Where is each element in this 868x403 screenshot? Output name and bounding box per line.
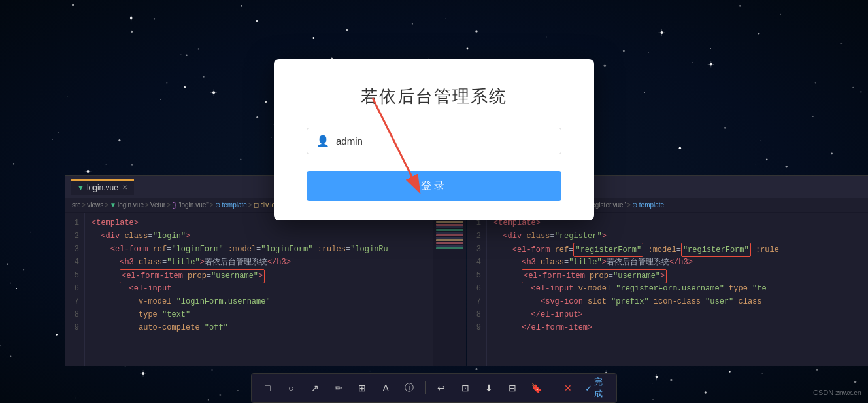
- code-line: </el-input>: [493, 308, 861, 321]
- code-line: <el-input: [92, 282, 427, 295]
- username-field-container: 👤: [307, 128, 561, 154]
- crop-button[interactable]: ⊟: [503, 378, 522, 398]
- bookmark-button[interactable]: 🔖: [527, 378, 545, 398]
- mosaic-tool-button[interactable]: ⊡: [456, 378, 474, 398]
- complete-label: 完成: [594, 376, 610, 400]
- code-line-highlight: <el-form-item prop="username">: [92, 269, 427, 282]
- arrow-tool-button[interactable]: ↗: [305, 378, 324, 398]
- right-line-numbers: 12345 6789: [467, 213, 487, 366]
- rect-tool-button[interactable]: □: [258, 378, 276, 398]
- code-line: <h3 class="title">若依后台管理系统</h3>: [92, 256, 427, 269]
- download-button[interactable]: ⬇: [480, 378, 498, 398]
- toolbar-separator-2: [552, 381, 552, 394]
- left-code-area: 12345 6789 <template> <div class="login"…: [65, 213, 466, 366]
- close-button[interactable]: ✕: [559, 378, 577, 398]
- dialog-title: 若依后台管理系统: [307, 85, 561, 108]
- code-line: <h3 class="title">若依后台管理系统</h3>: [493, 256, 861, 269]
- code-line: <el-form ref="registerForm" :model="regi…: [493, 243, 861, 256]
- left-line-numbers: 12345 6789: [65, 213, 85, 366]
- left-tab-name: login.vue: [87, 183, 118, 192]
- code-line: auto-complete="off": [92, 321, 427, 334]
- login-dialog: 若依后台管理系统 👤 登录: [274, 59, 594, 220]
- code-line: <div class="login">: [92, 230, 427, 243]
- grid-tool-button[interactable]: ⊞: [353, 378, 371, 398]
- code-line: <el-form ref="loginForm" :model="loginFo…: [92, 243, 427, 256]
- code-line: <el-input v-model="registerForm.username…: [493, 282, 861, 295]
- code-line-highlight: <el-form-item prop="username">: [493, 269, 861, 282]
- code-line: </el-form-item>: [493, 321, 861, 334]
- username-input[interactable]: [336, 135, 552, 147]
- left-tab-close[interactable]: ✕: [122, 184, 127, 191]
- left-mini-map: [433, 213, 466, 366]
- annotation-toolbar: □ ○ ↗ ✏ ⊞ A ⓘ ↩ ⊡ ⬇ ⊟ 🔖 ✕ ✓ 完成: [251, 373, 617, 403]
- complete-button[interactable]: ✓ 完成: [585, 376, 610, 400]
- code-line: <svg-icon slot="prefix" icon-class="user…: [493, 295, 861, 308]
- left-code-content: <template> <div class="login"> <el-form …: [85, 213, 433, 366]
- vue-icon-left: ▼: [77, 184, 84, 192]
- right-code-area: 12345 6789 <template> <div class="regist…: [467, 213, 868, 366]
- info-tool-button[interactable]: ⓘ: [400, 378, 418, 398]
- pen-tool-button[interactable]: ✏: [329, 378, 348, 398]
- left-editor-tab[interactable]: ▼ login.vue ✕: [71, 179, 134, 195]
- login-button[interactable]: 登录: [307, 171, 561, 201]
- right-code-content: <template> <div class="register"> <el-fo…: [487, 213, 868, 366]
- toolbar-separator: [425, 381, 426, 394]
- code-line: v-model="loginForm.username": [92, 295, 427, 308]
- text-tool-button[interactable]: A: [376, 378, 395, 398]
- undo-button[interactable]: ↩: [432, 378, 450, 398]
- code-line: type="text": [92, 308, 427, 321]
- watermark: CSDN znwx.cn: [813, 389, 861, 396]
- code-line: <div class="register">: [493, 230, 861, 243]
- user-icon: 👤: [316, 135, 329, 147]
- circle-tool-button[interactable]: ○: [282, 378, 300, 398]
- checkmark-icon: ✓: [585, 383, 592, 393]
